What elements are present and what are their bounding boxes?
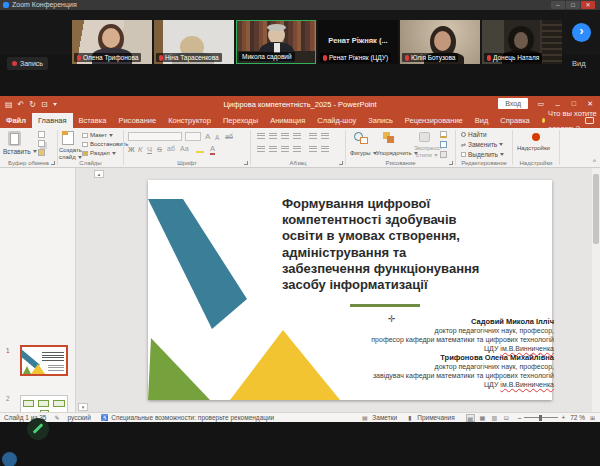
shapes-button[interactable]: Фигуры — [350, 150, 377, 156]
layout-button[interactable]: Макет — [82, 132, 113, 138]
video-tile-participant-5[interactable]: Юлія Ботузова — [400, 20, 480, 64]
decrease-indent-icon[interactable] — [281, 133, 289, 140]
dialog-launcher-icon[interactable] — [339, 161, 343, 165]
slide-sorter-view-button[interactable]: ▦ — [478, 414, 487, 422]
copy-icon[interactable] — [38, 140, 45, 147]
columns-icon[interactable] — [309, 146, 317, 153]
shape-fill-icon[interactable] — [440, 131, 447, 138]
highlight-color-button[interactable] — [196, 146, 204, 153]
accessibility-status[interactable]: Специальные возможности: проверьте реком… — [111, 414, 274, 421]
dialog-launcher-icon[interactable] — [51, 161, 55, 165]
zoom-minimize-icon[interactable]: – — [551, 1, 565, 9]
fit-to-window-icon[interactable]: ⊞ — [588, 414, 597, 422]
recording-indicator[interactable]: Запись — [7, 57, 48, 70]
shape-effects-icon[interactable] — [440, 151, 447, 158]
strikethrough-button[interactable]: S — [157, 145, 162, 154]
align-center-icon[interactable] — [269, 146, 277, 153]
video-tile-participant-4[interactable]: Ренат Ріжняк (... Ренат Ріжняк (ЦДУ) — [318, 20, 398, 64]
reading-view-button[interactable]: ▥ — [490, 414, 499, 422]
dialog-launcher-icon[interactable] — [449, 161, 453, 165]
change-case-button[interactable]: Аа — [180, 145, 189, 152]
zoom-view-button[interactable]: Вид — [572, 59, 586, 68]
tab-design[interactable]: Конструктор — [162, 113, 217, 128]
align-left-icon[interactable] — [257, 146, 265, 153]
comments-button[interactable]: Примечания — [417, 414, 455, 421]
font-name-combobox[interactable] — [128, 132, 182, 141]
video-tile-participant-3-active-speaker[interactable]: Микола садовий — [236, 20, 316, 64]
tab-draw[interactable]: Рисование — [112, 113, 162, 128]
slide-canvas[interactable]: Формування цифрової компетентності здобу… — [148, 180, 552, 400]
slide-title-textbox[interactable]: Формування цифрової компетентності здобу… — [282, 196, 574, 293]
comment-icon[interactable] — [585, 117, 594, 124]
scrollbar-thumb[interactable] — [593, 174, 599, 244]
zoom-slider-thumb[interactable] — [539, 415, 542, 421]
arrange-button[interactable]: Упорядочить — [376, 150, 418, 156]
justify-icon[interactable] — [293, 146, 301, 153]
select-button[interactable]: Выделить — [461, 151, 504, 158]
zoom-out-button[interactable]: – — [518, 414, 522, 421]
tab-home[interactable]: Главная — [32, 113, 73, 128]
format-painter-icon[interactable] — [38, 149, 45, 156]
tab-insert[interactable]: Вставка — [73, 113, 113, 128]
align-right-icon[interactable] — [281, 146, 289, 153]
shape-outline-icon[interactable] — [440, 141, 447, 148]
zoom-slider[interactable] — [524, 417, 558, 418]
slideshow-button[interactable]: ⊡ — [502, 414, 511, 422]
tab-review[interactable]: Рецензирование — [399, 113, 469, 128]
tab-slideshow[interactable]: Слайд-шоу — [311, 113, 362, 128]
zoom-percent[interactable]: 72 % — [570, 414, 585, 421]
tab-record[interactable]: Запись — [362, 113, 399, 128]
section-button[interactable]: Раздел — [82, 150, 116, 156]
notes-button[interactable]: Заметки — [372, 414, 397, 421]
language-button[interactable]: русский — [67, 414, 90, 421]
scroll-up-button[interactable]: ▴ — [94, 170, 104, 178]
tab-animations[interactable]: Анимация — [264, 113, 311, 128]
tab-file[interactable]: Файл — [0, 113, 32, 128]
collapse-ribbon-icon[interactable]: ^ — [593, 158, 596, 165]
video-tile-participant-6[interactable]: Донець Наталя — [482, 20, 562, 64]
quick-styles-button[interactable]: стили — [416, 152, 438, 158]
zoom-close-icon[interactable]: ✕ — [581, 1, 595, 9]
italic-button[interactable]: К — [138, 145, 142, 154]
sign-in-button[interactable]: Вход — [498, 98, 528, 109]
paste-button[interactable]: Вставить — [3, 148, 37, 155]
clear-formatting-icon[interactable]: аб — [225, 133, 233, 140]
addins-button[interactable]: Надстройки — [517, 145, 550, 151]
cut-icon[interactable] — [38, 131, 45, 138]
char-spacing-icon[interactable]: аб — [167, 145, 175, 152]
replace-button[interactable]: ⇄ Заменить — [461, 141, 503, 148]
tab-view[interactable]: Вид — [469, 113, 495, 128]
quick-styles-button[interactable]: Экспресс- — [414, 145, 442, 151]
zoom-maximize-icon[interactable]: □ — [566, 1, 580, 9]
vertical-scrollbar[interactable] — [592, 168, 600, 412]
normal-view-button[interactable]: ▤ — [466, 414, 475, 422]
tab-help[interactable]: Справка — [494, 113, 535, 128]
annotation-pencil-button[interactable] — [27, 418, 49, 440]
pen-icon[interactable]: ✎ — [54, 414, 59, 421]
reset-button[interactable]: Восстановить — [82, 141, 128, 147]
grow-font-icon[interactable]: А — [205, 132, 210, 141]
bullets-icon[interactable] — [257, 133, 265, 140]
smartart-convert-icon[interactable] — [321, 146, 329, 153]
font-color-button[interactable]: А — [210, 144, 215, 155]
dialog-launcher-icon[interactable] — [244, 161, 248, 165]
underline-button[interactable]: Ч — [147, 145, 152, 154]
zoom-in-button[interactable]: + — [561, 414, 565, 421]
new-slide-button[interactable]: Создать — [59, 147, 82, 153]
video-tile-participant-1[interactable]: Олена Трифонова — [72, 20, 152, 64]
floating-blue-button[interactable] — [2, 452, 17, 466]
increase-indent-icon[interactable] — [293, 133, 301, 140]
font-size-combobox[interactable] — [185, 132, 201, 141]
shrink-font-icon[interactable]: А — [215, 134, 219, 141]
find-button[interactable]: Найти — [461, 131, 487, 138]
slide-thumbnail-1-selected[interactable] — [20, 345, 68, 376]
line-spacing-icon[interactable] — [309, 133, 317, 140]
next-participants-button[interactable]: › — [572, 23, 591, 42]
authors-textbox[interactable]: Садовий Микола Ілліч доктор педагогічних… — [248, 317, 554, 389]
text-direction-icon[interactable] — [321, 133, 329, 140]
tab-transitions[interactable]: Переходы — [217, 113, 264, 128]
scroll-down-button[interactable]: ▾ — [78, 403, 88, 411]
video-tile-participant-2[interactable]: Ніна Тарасенкова — [154, 20, 234, 64]
numbering-icon[interactable] — [269, 133, 277, 140]
ribbon-display-options-icon[interactable]: ▭ — [537, 100, 544, 108]
